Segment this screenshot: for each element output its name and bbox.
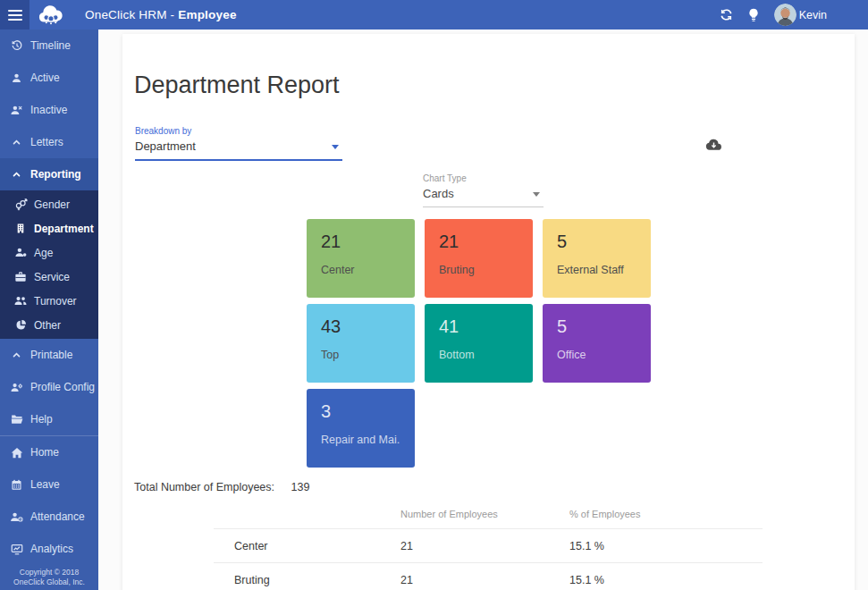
users-icon: [13, 295, 28, 307]
card-label: Top: [321, 349, 400, 361]
cloud-download-icon: [705, 138, 722, 151]
department-card-bruting: 21 Bruting: [425, 219, 533, 298]
breakdown-value: Department: [135, 139, 196, 153]
sidebar-item-label: Printable: [30, 349, 72, 361]
card-value: 43: [321, 316, 400, 337]
table-cell-count: 21: [400, 574, 569, 586]
card-label: External Staff: [557, 264, 636, 276]
table-header-count: Number of Employees: [400, 509, 569, 519]
sidebar-item-attendance[interactable]: Attendance: [0, 501, 98, 533]
department-card-external-staff: 5 External Staff: [543, 219, 651, 298]
card-label: Bottom: [439, 349, 518, 361]
page-title: Department Report: [134, 72, 340, 99]
card-value: 21: [439, 231, 518, 252]
user-clock-icon: [9, 511, 24, 523]
sidebar-item-timeline[interactable]: Timeline: [0, 30, 98, 62]
card-label: Bruting: [439, 264, 518, 276]
report-panel: Department Report Breakdown by Departmen…: [122, 34, 855, 590]
chevron-down-icon: [332, 145, 339, 149]
app-logo-cloud-icon: [38, 4, 64, 25]
sidebar-item-letters[interactable]: Letters: [0, 126, 98, 158]
sidebar-item-label: Department: [34, 223, 94, 235]
total-employees: Total Number of Employees: 139: [134, 481, 309, 493]
user-dot-icon: [13, 247, 28, 258]
avatar[interactable]: [774, 4, 796, 26]
department-card-center: 21 Center: [307, 219, 415, 298]
table-cell-percent: 15.1 %: [569, 540, 763, 552]
chevron-down-icon: [533, 192, 540, 197]
sidebar-item-label: Leave: [30, 478, 60, 491]
sidebar-item-profile-config[interactable]: Profile Config: [0, 371, 98, 403]
chevron-up-icon: [9, 138, 24, 147]
sidebar-item-analytics[interactable]: Analytics: [0, 533, 98, 565]
card-label: Repair and Mai...: [321, 434, 400, 446]
venus-mars-icon: [13, 198, 28, 211]
sidebar-item-label: Turnover: [34, 295, 77, 308]
table-row: Center 21 15.1 %: [214, 528, 763, 562]
sidebar-item-label: Attendance: [30, 510, 85, 523]
department-card-office: 5 Office: [543, 304, 651, 383]
card-label: Center: [321, 264, 400, 276]
sidebar-item-active[interactable]: Active: [0, 62, 98, 94]
table-cell-department: Bruting: [214, 574, 400, 586]
sidebar-item-leave[interactable]: Leave: [0, 468, 98, 501]
breakdown-label: Breakdown by: [135, 126, 342, 136]
main-content: Department Report Breakdown by Departmen…: [98, 30, 868, 590]
hamburger-menu-button[interactable]: [0, 0, 29, 30]
sidebar-item-inactive[interactable]: Inactive: [0, 94, 98, 126]
sidebar-item-printable[interactable]: Printable: [0, 339, 98, 371]
department-card-bottom: 41 Bottom: [425, 304, 533, 383]
user-x-icon: [9, 105, 24, 116]
table-row: Bruting 21 15.1 %: [214, 562, 763, 590]
card-label: Office: [557, 349, 636, 361]
chart-type-select[interactable]: Cards: [423, 187, 544, 207]
sidebar-item-gender[interactable]: Gender: [0, 192, 98, 216]
sidebar-item-home[interactable]: Home: [0, 435, 98, 468]
sidebar: Timeline Active Inactive: [0, 30, 98, 590]
sidebar-item-label: Profile Config: [30, 381, 95, 393]
pie-chart-icon: [13, 319, 28, 331]
folder-icon: [9, 414, 24, 425]
department-card-repair: 3 Repair and Mai...: [307, 389, 415, 468]
sidebar-item-age[interactable]: Age: [0, 240, 98, 265]
sidebar-item-label: Other: [34, 319, 61, 332]
sidebar-item-service[interactable]: Service: [0, 265, 98, 289]
sidebar-item-label: Reporting: [30, 168, 81, 181]
sidebar-item-help[interactable]: Help: [0, 403, 98, 435]
sidebar-item-turnover[interactable]: Turnover: [0, 289, 98, 313]
card-value: 5: [557, 231, 636, 252]
card-value: 5: [557, 316, 636, 337]
sidebar-item-label: Home: [30, 446, 59, 459]
home-icon: [9, 447, 24, 459]
department-cards-grid: 21 Center 21 Bruting 5 External Staff 43…: [307, 219, 651, 468]
table-header-percent: % of Employees: [569, 509, 763, 519]
history-icon: [9, 39, 24, 52]
sidebar-item-label: Gender: [34, 198, 70, 211]
sidebar-item-label: Age: [34, 247, 53, 259]
user-name[interactable]: Kevin: [799, 9, 827, 21]
sidebar-item-other[interactable]: Other: [0, 313, 98, 337]
sidebar-item-reporting[interactable]: Reporting: [0, 158, 98, 190]
sidebar-item-department[interactable]: Department: [0, 216, 98, 240]
sidebar-item-label: Active: [30, 72, 60, 84]
breakdown-select[interactable]: Department: [135, 139, 342, 161]
chevron-up-icon: [9, 170, 24, 179]
sidebar-item-label: Help: [30, 413, 53, 426]
copyright-text: Copyright © 2018 OneClick Global, Inc.: [0, 568, 98, 587]
download-button[interactable]: [705, 138, 722, 151]
card-value: 41: [439, 316, 518, 337]
app-window: OneClick HRM - Employee: [0, 0, 868, 590]
app-title: OneClick HRM - Employee: [85, 8, 237, 21]
monitor-chart-icon: [9, 544, 24, 555]
refresh-icon[interactable]: [717, 8, 737, 21]
table-cell-percent: 15.1 %: [569, 574, 763, 586]
sidebar-item-label: Analytics: [30, 543, 73, 555]
briefcase-icon: [13, 271, 28, 282]
lightbulb-icon[interactable]: [744, 8, 763, 22]
reporting-submenu: Gender Department: [0, 190, 98, 339]
total-employees-label: Total Number of Employees:: [134, 481, 274, 493]
breakdown-field: Breakdown by Department: [135, 126, 342, 161]
sidebar-item-label: Letters: [30, 136, 63, 148]
sidebar-item-label: Inactive: [30, 104, 67, 116]
department-card-top: 43 Top: [307, 304, 415, 383]
